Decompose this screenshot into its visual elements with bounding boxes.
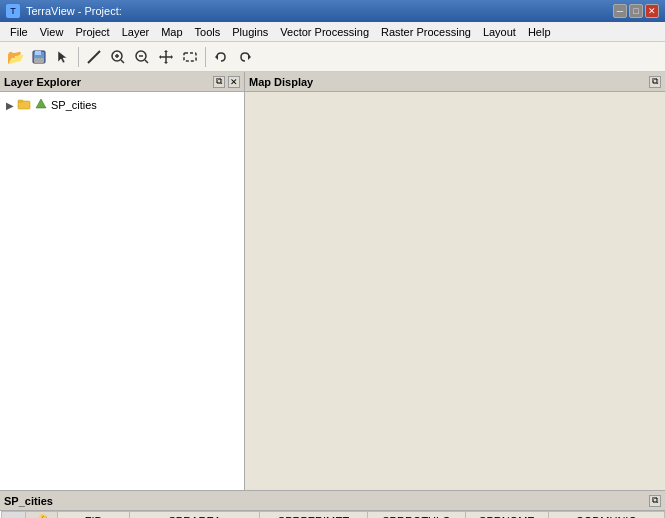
svg-marker-23 (36, 99, 46, 108)
menu-item-view[interactable]: View (34, 24, 70, 40)
svg-marker-20 (248, 54, 251, 60)
menu-bar: FileViewProjectLayerMapToolsPluginsVecto… (0, 22, 665, 42)
title-bar-controls[interactable]: ─ □ ✕ (613, 4, 659, 18)
layer-tree[interactable]: ▶ SP_cities (0, 92, 244, 490)
zoom-in-btn[interactable] (107, 46, 129, 68)
zoom-out-btn[interactable] (131, 46, 153, 68)
app-icon: T (6, 4, 20, 18)
pan-btn[interactable] (155, 46, 177, 68)
separator-1 (78, 47, 79, 67)
toolbar: 📂 (0, 42, 665, 72)
col-sprperimet: SPRPERIMET (260, 512, 368, 519)
layer-item-sp-cities[interactable]: ▶ SP_cities (4, 96, 240, 114)
svg-rect-2 (34, 58, 44, 63)
layer-explorer-header: Layer Explorer ⧉ ✕ (0, 72, 244, 92)
menu-item-tools[interactable]: Tools (189, 24, 227, 40)
title-bar: T TerraView - Project: ─ □ ✕ (0, 0, 665, 22)
table-container[interactable]: 🔑 FID SPRAREA SPRPERIMET SPRROTULO SPRNO… (0, 511, 665, 518)
svg-rect-1 (35, 51, 41, 55)
cursor-btn[interactable] (52, 46, 74, 68)
menu-item-layer[interactable]: Layer (116, 24, 156, 40)
close-button[interactable]: ✕ (645, 4, 659, 18)
draw-line-btn[interactable] (83, 46, 105, 68)
map-display-title: Map Display (249, 76, 313, 88)
svg-marker-16 (159, 55, 161, 59)
open-folder-btn[interactable]: 📂 (4, 46, 26, 68)
menu-item-vector-processing[interactable]: Vector Processing (274, 24, 375, 40)
col-sprnome: SPRNOME (466, 512, 549, 519)
menu-item-project[interactable]: Project (69, 24, 115, 40)
map-display-controls[interactable]: ⧉ (649, 76, 661, 88)
map-display-area[interactable] (245, 92, 665, 490)
map-display-float-btn[interactable]: ⧉ (649, 76, 661, 88)
col-key: 🔑 (25, 512, 58, 519)
menu-item-file[interactable]: File (4, 24, 34, 40)
col-codmunic: CODMUNIC (548, 512, 664, 519)
menu-item-raster-processing[interactable]: Raster Processing (375, 24, 477, 40)
table-section: SP_cities ⧉ 🔑 FID SPRAREA SPRPERIMET SPR… (0, 490, 665, 518)
layer-expand-icon: ▶ (6, 100, 14, 111)
map-display-header: Map Display ⧉ (245, 72, 665, 92)
svg-rect-18 (184, 53, 196, 61)
layer-explorer-close-btn[interactable]: ✕ (228, 76, 240, 88)
svg-marker-14 (164, 50, 168, 52)
right-panel: Map Display ⧉ (245, 72, 665, 490)
layer-vector-icon (34, 97, 48, 113)
undo-btn[interactable] (210, 46, 232, 68)
table-header-controls[interactable]: ⧉ (649, 495, 661, 507)
menu-item-help[interactable]: Help (522, 24, 557, 40)
title-bar-left: T TerraView - Project: (6, 4, 122, 18)
table-float-btn[interactable]: ⧉ (649, 495, 661, 507)
title-bar-text: TerraView - Project: (26, 5, 122, 17)
svg-line-4 (88, 51, 100, 63)
maximize-button[interactable]: □ (629, 4, 643, 18)
menu-item-map[interactable]: Map (155, 24, 188, 40)
col-sprrotulo: SPRROTULO (367, 512, 465, 519)
svg-rect-22 (18, 100, 23, 102)
data-table: 🔑 FID SPRAREA SPRPERIMET SPRROTULO SPRNO… (0, 511, 665, 518)
layer-explorer-controls[interactable]: ⧉ ✕ (213, 76, 240, 88)
svg-marker-19 (215, 54, 218, 60)
layer-explorer-title: Layer Explorer (4, 76, 81, 88)
svg-marker-3 (58, 51, 67, 63)
separator-2 (205, 47, 206, 67)
minimize-button[interactable]: ─ (613, 4, 627, 18)
table-title: SP_cities (4, 495, 53, 507)
menu-item-layout[interactable]: Layout (477, 24, 522, 40)
svg-line-10 (145, 60, 148, 63)
layer-folder-icon (17, 97, 31, 113)
redo-btn[interactable] (234, 46, 256, 68)
col-fid: FID (58, 512, 130, 519)
col-sprarea: SPRAREA (130, 512, 260, 519)
menu-item-plugins[interactable]: Plugins (226, 24, 274, 40)
table-header-bar: SP_cities ⧉ (0, 491, 665, 511)
svg-line-6 (121, 60, 124, 63)
layer-label-sp-cities: SP_cities (51, 99, 97, 111)
save-btn[interactable] (28, 46, 50, 68)
svg-marker-17 (171, 55, 173, 59)
left-panel: Layer Explorer ⧉ ✕ ▶ SP_cities (0, 72, 245, 490)
col-rownum (1, 512, 25, 519)
select-area-btn[interactable] (179, 46, 201, 68)
layer-explorer-float-btn[interactable]: ⧉ (213, 76, 225, 88)
svg-marker-15 (164, 62, 168, 64)
main-area: Layer Explorer ⧉ ✕ ▶ SP_cities Map Displ… (0, 72, 665, 490)
